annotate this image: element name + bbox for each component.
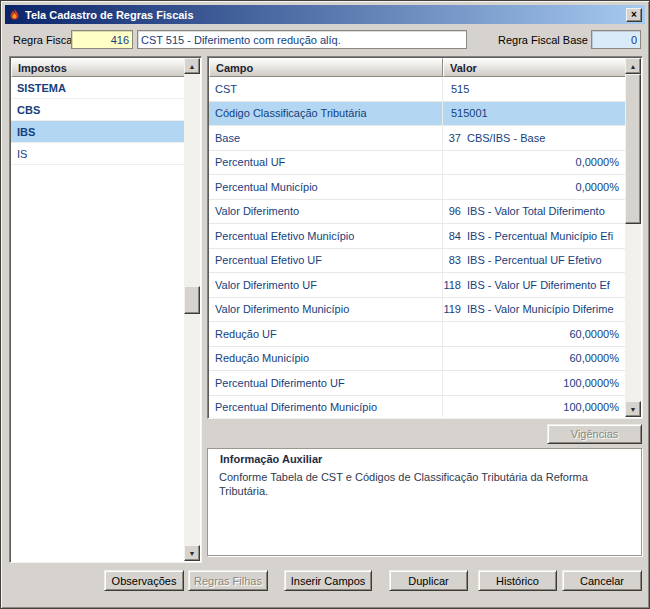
impostos-scrollbar[interactable]: ▲ ▼ [184,58,200,561]
valor-desc: IBS - Valor Município Diferime [467,303,614,315]
regra-fiscal-base-label: Regra Fiscal Base [498,34,588,46]
imposto-item[interactable]: SISTEMA [11,77,186,99]
grid-row[interactable]: Percentual Efetivo Município 84 IBS - Pe… [209,224,627,249]
valor-cell: 119 IBS - Valor Município Diferime [443,298,627,322]
duplicar-button[interactable]: Duplicar [389,570,468,591]
grid-row[interactable]: Base 37 CBS/IBS - Base [209,126,627,151]
scroll-down-button[interactable]: ▼ [184,545,200,561]
imposto-item[interactable]: IS [11,143,186,165]
historico-button[interactable]: Histórico [478,570,557,591]
valor-cell: 118 IBS - Valor UF Diferimento Ef [443,273,627,297]
valor-num: 119 [443,303,461,315]
campo-cell: Redução UF [209,322,443,346]
grid-row[interactable]: Percentual Município 0,0000% [209,175,627,200]
vigencias-button: Vigências [547,424,642,444]
valor-num: 0,0000% [576,181,619,193]
grid-row[interactable]: Redução UF 60,0000% [209,322,627,347]
valor-num: 37 [443,132,461,144]
valor-cell: 83 IBS - Percentual UF Efetivo [443,249,627,273]
valor-cell: 0,0000% [443,151,627,175]
valor-num: 83 [443,254,461,266]
close-button[interactable]: × [626,8,642,22]
scroll-down-icon: ▼ [189,550,196,557]
campo-cell: Percentual Diferimento Município [209,396,443,418]
informacao-auxiliar-groupbox: Informação Auxiliar Conforme Tabela de C… [207,448,642,556]
scroll-up-icon: ▲ [189,63,196,70]
app-icon [8,8,21,21]
impostos-column-header[interactable]: Impostos [11,58,186,77]
campo-cell: CST [209,77,443,101]
valor-desc: IBS - Percentual Município Efi [467,230,613,242]
grid-row[interactable]: Código Classificação Tributária 515001 [209,102,627,127]
campo-cell: Percentual Efetivo Município [209,224,443,248]
scroll-down-button[interactable]: ▼ [625,401,641,417]
valor-cell: 60,0000% [443,347,627,371]
imposto-label: IS [17,148,27,160]
valor-num: 0,0000% [576,156,619,168]
campo-cell: Percentual UF [209,151,443,175]
valor-desc: CBS/IBS - Base [467,132,545,144]
valor-column-header[interactable]: Valor [443,58,627,77]
campo-cell: Percentual Efetivo UF [209,249,443,273]
imposto-label: SISTEMA [17,82,66,94]
regra-fiscal-label: Regra Fiscal [13,34,75,46]
valor-cell: 515001 [443,102,627,126]
informacao-auxiliar-title: Informação Auxiliar [218,453,324,465]
campo-cell: Percentual Município [209,175,443,199]
cancelar-button[interactable]: Cancelar [562,570,642,591]
valor-cell: 0,0000% [443,175,627,199]
valor-num: 118 [443,279,461,291]
valor-num: 515 [451,83,469,95]
valor-desc: IBS - Valor Total Diferimento [467,205,605,217]
campo-column-header[interactable]: Campo [209,58,443,77]
scroll-down-icon: ▼ [630,406,637,413]
imposto-label: CBS [17,104,40,116]
valor-cell: 100,0000% [443,396,627,418]
campo-cell: Valor Diferimento [209,200,443,224]
grid-row[interactable]: Percentual UF 0,0000% [209,151,627,176]
scroll-up-button[interactable]: ▲ [184,58,200,74]
scrollbar-thumb[interactable] [184,286,200,314]
valor-num: 84 [443,230,461,242]
impostos-panel: Impostos SISTEMA CBS IBS IS ▲ ▼ [9,56,202,563]
imposto-item[interactable]: CBS [11,99,186,121]
valor-num: 60,0000% [569,352,619,364]
grid-row[interactable]: Valor Diferimento 96 IBS - Valor Total D… [209,200,627,225]
valor-cell: 60,0000% [443,322,627,346]
observacoes-button[interactable]: Observações [104,570,184,591]
valor-desc: IBS - Percentual UF Efetivo [467,254,602,266]
imposto-item[interactable]: IBS [11,121,186,143]
footer-button-bar: Observações Regras Filhas Inserir Campos… [1,570,650,591]
informacao-auxiliar-text: Conforme Tabela de CST e Códigos de Clas… [219,470,631,498]
grid-row[interactable]: Redução Município 60,0000% [209,347,627,372]
grid-row[interactable]: Percentual Efetivo UF 83 IBS - Percentua… [209,249,627,274]
grid-scrollbar[interactable]: ▲ ▼ [625,58,641,417]
valor-desc: IBS - Valor UF Diferimento Ef [467,279,610,291]
valor-num: 100,0000% [563,401,619,413]
grid-row[interactable]: CST 515 [209,77,627,102]
valor-cell: 37 CBS/IBS - Base [443,126,627,150]
campo-cell: Redução Município [209,347,443,371]
campo-cell: Base [209,126,443,150]
regra-fiscal-input[interactable] [71,30,133,49]
valor-num: 515001 [451,107,488,119]
campo-cell: Código Classificação Tributária [209,102,443,126]
valor-num: 60,0000% [569,328,619,340]
grid-row[interactable]: Percentual Diferimento Município 100,000… [209,396,627,418]
title-bar[interactable]: Tela Cadastro de Regras Fiscais × [5,5,645,24]
grid-row[interactable]: Valor Diferimento Município 119 IBS - Va… [209,298,627,323]
scrollbar-thumb[interactable] [625,74,641,224]
scroll-up-icon: ▲ [630,63,637,70]
inserir-campos-button[interactable]: Inserir Campos [284,570,372,591]
descricao-input[interactable] [137,30,467,49]
scroll-up-button[interactable]: ▲ [625,58,641,74]
campos-grid-panel: Campo Valor CST 515 Código Classificação… [207,56,643,419]
campo-cell: Valor Diferimento Município [209,298,443,322]
valor-cell: 100,0000% [443,371,627,395]
regra-fiscal-base-input[interactable] [591,30,641,49]
grid-row[interactable]: Percentual Diferimento UF 100,0000% [209,371,627,396]
grid-row[interactable]: Valor Diferimento UF 118 IBS - Valor UF … [209,273,627,298]
valor-cell: 96 IBS - Valor Total Diferimento [443,200,627,224]
impostos-list: SISTEMA CBS IBS IS [11,77,186,561]
valor-cell: 515 [443,77,627,101]
